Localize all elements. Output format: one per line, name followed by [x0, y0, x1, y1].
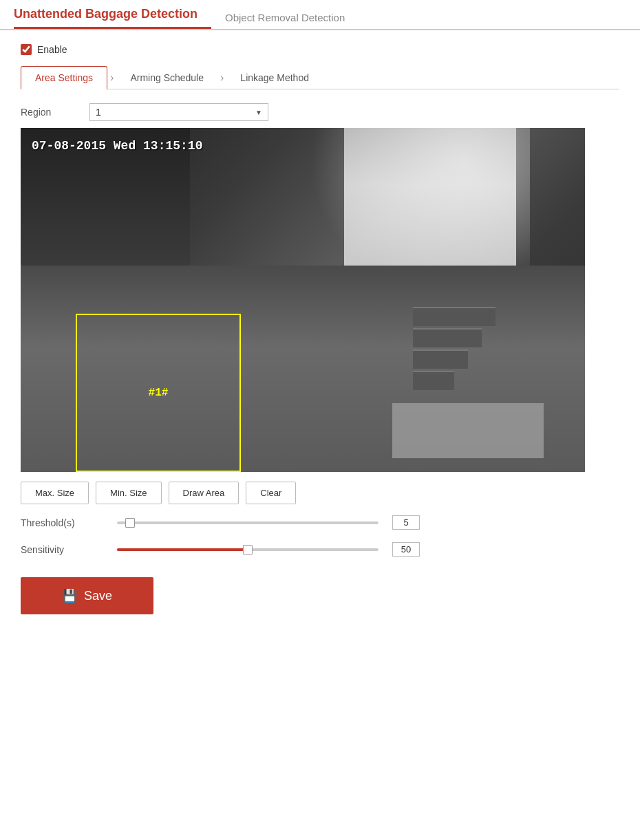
header-tabs: Unattended Baggage Detection Object Remo… [0, 0, 640, 30]
subtab-divider-2: › [217, 72, 226, 84]
camera-stairs [413, 307, 502, 417]
threshold-value-input[interactable]: 5 [392, 515, 420, 530]
sub-tabs: Area Settings › Arming Schedule › Linkag… [21, 66, 619, 89]
save-icon: 💾 [62, 588, 77, 603]
stair-1 [413, 307, 495, 326]
sensitivity-track [117, 548, 378, 551]
tab-object-removal[interactable]: Object Removal Detection [211, 12, 345, 29]
sensitivity-filled [117, 548, 248, 551]
stair-3 [413, 349, 468, 369]
detection-region-label: #1# [149, 387, 169, 399]
min-size-button[interactable]: Min. Size [96, 482, 161, 504]
enable-checkbox[interactable] [21, 44, 32, 55]
threshold-slider-container [117, 516, 378, 530]
camera-feed: 07-08-2015 Wed 13:15:10 #1# [21, 128, 585, 472]
camera-timestamp: 07-08-2015 Wed 13:15:10 [32, 139, 202, 153]
stair-2 [413, 328, 482, 347]
action-buttons: Max. Size Min. Size Draw Area Clear [21, 482, 619, 504]
sensitivity-value-input[interactable]: 50 [392, 542, 420, 557]
max-size-button[interactable]: Max. Size [21, 482, 89, 504]
save-button[interactable]: 💾 Save [21, 577, 153, 614]
tab-unattended-baggage[interactable]: Unattended Baggage Detection [14, 7, 211, 29]
region-value: 1 [96, 107, 101, 118]
region-select[interactable]: 1 ▼ [89, 103, 268, 121]
sensitivity-label: Sensitivity [21, 544, 103, 555]
subtab-arming-schedule[interactable]: Arming Schedule [116, 67, 217, 89]
threshold-row: Threshold(s) 5 [21, 515, 619, 530]
enable-label: Enable [37, 44, 67, 55]
region-label: Region [21, 107, 76, 118]
detection-region-box[interactable]: #1# [76, 314, 241, 472]
sensitivity-slider-container [117, 543, 378, 557]
subtab-linkage-method[interactable]: Linkage Method [226, 67, 323, 89]
subtab-divider-1: › [107, 72, 116, 84]
save-label: Save [84, 589, 112, 603]
dropdown-arrow-icon: ▼ [255, 109, 262, 116]
stair-4 [413, 371, 454, 390]
timestamp-time: 13:15:10 [143, 139, 202, 153]
draw-area-button[interactable]: Draw Area [169, 482, 239, 504]
enable-row: Enable [21, 44, 619, 55]
threshold-track [117, 521, 378, 524]
region-row: Region 1 ▼ [21, 103, 619, 121]
clear-button[interactable]: Clear [246, 482, 296, 504]
camera-gray-box [392, 403, 544, 458]
threshold-thumb[interactable] [125, 518, 135, 528]
sensitivity-row: Sensitivity 50 [21, 542, 619, 557]
main-content: Enable Area Settings › Arming Schedule ›… [0, 30, 640, 628]
save-section: 💾 Save [21, 577, 619, 614]
subtab-area-settings[interactable]: Area Settings [21, 66, 107, 89]
threshold-label: Threshold(s) [21, 517, 103, 528]
timestamp-date: 07-08-2015 Wed [32, 139, 136, 153]
sensitivity-thumb[interactable] [243, 545, 253, 554]
